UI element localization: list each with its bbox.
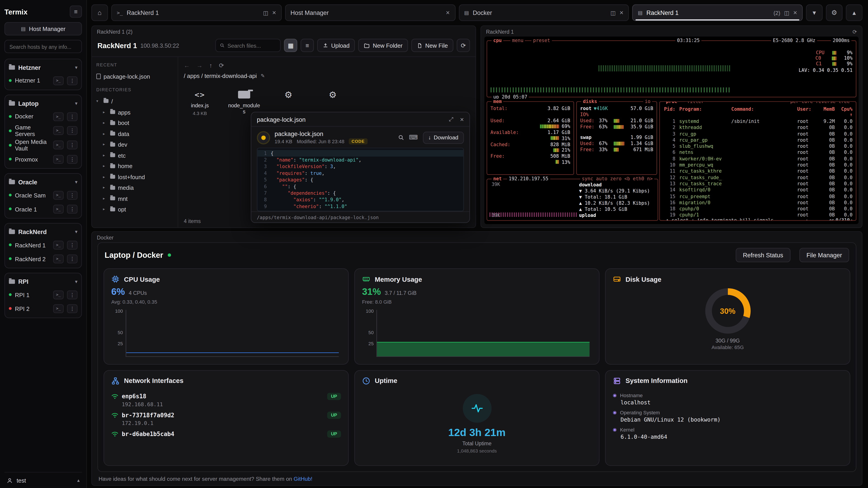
host-row[interactable]: Game Servers >_ ⋮ bbox=[7, 123, 79, 138]
host-manager-button[interactable]: ▤ Host Manager bbox=[4, 22, 82, 35]
host-row[interactable]: RackNerd 2 >_ ⋮ bbox=[7, 252, 79, 266]
process-row[interactable]: 11 rcu_tasks_kthre root 0B 0.0 bbox=[663, 168, 852, 175]
process-row[interactable]: 10 mm_percpu_wq root 0B 0.0 bbox=[663, 162, 852, 168]
host-row[interactable]: RPI 1 >_ ⋮ bbox=[7, 288, 79, 302]
host-menu-button[interactable]: ⋮ bbox=[67, 191, 78, 199]
host-row[interactable]: Oracle Sam >_ ⋮ bbox=[7, 188, 79, 202]
terminal-button[interactable]: >_ bbox=[53, 76, 64, 85]
tab-racknerd1-terminal[interactable]: >_ RackNerd 1 ◫ × bbox=[111, 4, 282, 21]
recent-file-item[interactable]: package-lock.json bbox=[96, 70, 173, 82]
chevron-down-button[interactable]: ▾ bbox=[806, 4, 823, 21]
forward-button[interactable]: → bbox=[196, 62, 203, 68]
process-row[interactable]: 1 systemd /sbin/init root 9.2M 0.0 bbox=[663, 119, 852, 125]
process-row[interactable]: 4 rcu_par_gp root 0B 0.0 bbox=[663, 137, 852, 143]
chevron-down-icon[interactable]: ▾ bbox=[75, 64, 78, 70]
tree-directory[interactable]: ▸ home bbox=[96, 161, 173, 171]
split-icon[interactable]: ◫ bbox=[263, 10, 268, 16]
edit-path-icon[interactable]: ✎ bbox=[260, 73, 265, 78]
close-icon[interactable]: × bbox=[620, 9, 623, 17]
process-row[interactable]: 2 kthreadd root 0B 0.0 bbox=[663, 125, 852, 131]
terminal-button[interactable]: >_ bbox=[53, 304, 64, 313]
host-row[interactable]: Open Media Vault >_ ⋮ bbox=[7, 138, 79, 152]
group-header[interactable]: Oracle ▾ bbox=[7, 175, 79, 188]
chevron-down-icon[interactable]: ▾ bbox=[75, 229, 78, 234]
breadcrumb-path[interactable]: / apps / termix-download-api bbox=[184, 72, 257, 79]
host-menu-button[interactable]: ⋮ bbox=[67, 205, 78, 214]
group-header[interactable]: RackNerd ▾ bbox=[7, 225, 79, 238]
terminal-button[interactable]: >_ bbox=[53, 240, 64, 250]
tab-host-manager[interactable]: Host Manager × bbox=[285, 4, 456, 21]
host-menu-button[interactable]: ⋮ bbox=[67, 304, 78, 313]
close-icon[interactable]: × bbox=[460, 116, 464, 123]
back-button[interactable]: ← bbox=[184, 62, 190, 68]
refresh-status-button[interactable]: Refresh Status bbox=[736, 248, 790, 262]
tree-directory[interactable]: ▸ etc bbox=[96, 150, 173, 161]
cpu-menu-label[interactable]: menu bbox=[510, 38, 525, 44]
host-search-input[interactable] bbox=[4, 40, 82, 53]
split-icon[interactable]: ◫ bbox=[784, 10, 789, 16]
terminal-button[interactable]: >_ bbox=[53, 290, 64, 299]
group-header[interactable]: Laptop ▾ bbox=[7, 97, 79, 109]
io-label[interactable]: io bbox=[643, 98, 652, 105]
process-row[interactable]: 13 rcu_tasks_trace root 0B 0.0 bbox=[663, 181, 852, 187]
download-button[interactable]: ↓ Download bbox=[423, 131, 464, 144]
tree-directory[interactable]: ▸ media bbox=[96, 182, 173, 193]
split-icon[interactable]: ◫ bbox=[611, 10, 616, 16]
terminal-button[interactable]: >_ bbox=[53, 191, 64, 199]
col-program[interactable]: Program: bbox=[679, 106, 731, 117]
proc-options[interactable]: per-core reverse tree bbox=[789, 101, 851, 105]
code-preview[interactable]: 1 { 2 "name": "termix-download-api", 3 bbox=[257, 148, 464, 212]
terminal-button[interactable]: >_ bbox=[53, 254, 64, 263]
list-view-button[interactable]: ≡ bbox=[301, 39, 314, 52]
terminal-button[interactable]: >_ bbox=[53, 155, 64, 164]
host-row[interactable]: Oracle 1 >_ ⋮ bbox=[7, 202, 79, 216]
github-link[interactable]: GitHub! bbox=[293, 476, 312, 482]
host-menu-button[interactable]: ⋮ bbox=[67, 126, 78, 135]
tree-directory[interactable]: ▸ mnt bbox=[96, 193, 173, 204]
expand-icon[interactable]: ⤢ bbox=[449, 116, 454, 123]
host-row[interactable]: Hetzner 1 >_ ⋮ bbox=[7, 74, 79, 88]
upload-button[interactable]: Upload bbox=[317, 39, 355, 52]
file-search-input[interactable] bbox=[227, 42, 276, 48]
host-menu-button[interactable]: ⋮ bbox=[67, 254, 78, 263]
terminal-screen[interactable]: cpu menu preset 03:31:25 2000ms E5-2680 … bbox=[485, 37, 859, 224]
host-row[interactable]: Docker >_ ⋮ bbox=[7, 109, 79, 123]
filter-label[interactable]: filter bbox=[685, 101, 706, 105]
tree-directory[interactable]: ▸ data bbox=[96, 128, 173, 139]
tree-directory[interactable]: ▸ apps bbox=[96, 107, 173, 118]
host-row[interactable]: RackNerd 1 >_ ⋮ bbox=[7, 238, 79, 252]
process-row[interactable]: 18 cpuhp/0 root 0B 0.0 bbox=[663, 206, 852, 212]
terminal-button[interactable]: >_ bbox=[53, 141, 64, 150]
process-row[interactable]: 12 rcu_tasks_rude_ root 0B 0.0 bbox=[663, 175, 852, 181]
close-icon[interactable]: × bbox=[272, 9, 276, 17]
host-row[interactable]: RPI 2 >_ ⋮ bbox=[7, 302, 79, 315]
sync-icon[interactable]: ⟳ bbox=[852, 29, 857, 35]
chevron-up-button[interactable]: ▴ bbox=[846, 4, 862, 21]
new-file-button[interactable]: New File bbox=[411, 39, 454, 52]
chevron-up-icon[interactable]: ▴ bbox=[77, 477, 80, 483]
refresh-path-button[interactable]: ⟳ bbox=[219, 62, 224, 69]
host-menu-button[interactable]: ⋮ bbox=[67, 112, 78, 121]
up-button[interactable]: ↑ bbox=[209, 62, 212, 68]
tree-directory[interactable]: ▸ lost+found bbox=[96, 171, 173, 182]
process-row[interactable]: 3 rcu_gp root 0B 0.0 bbox=[663, 131, 852, 137]
tree-root[interactable]: ▾ / bbox=[96, 95, 173, 107]
home-button[interactable]: ⌂ bbox=[91, 4, 108, 21]
chevron-down-icon[interactable]: ▾ bbox=[75, 179, 78, 185]
group-header[interactable]: RPI ▾ bbox=[7, 275, 79, 288]
host-menu-button[interactable]: ⋮ bbox=[67, 240, 78, 250]
col-command[interactable]: Command: bbox=[731, 106, 797, 117]
host-menu-button[interactable]: ⋮ bbox=[67, 76, 78, 85]
host-menu-button[interactable]: ⋮ bbox=[67, 141, 78, 150]
host-menu-button[interactable]: ⋮ bbox=[67, 290, 78, 299]
close-icon[interactable]: × bbox=[793, 9, 797, 17]
col-user[interactable]: User: bbox=[797, 106, 817, 117]
close-icon[interactable]: × bbox=[446, 9, 450, 17]
col-pid[interactable]: Pid: bbox=[663, 106, 675, 117]
sidebar-footer[interactable]: test ▴ bbox=[4, 472, 82, 484]
process-row[interactable]: 14 ksoftirqd/0 root 0B 0.0 bbox=[663, 187, 852, 193]
host-row[interactable]: Proxmox >_ ⋮ bbox=[7, 152, 79, 166]
process-row[interactable]: 5 slub_flushwq root 0B 0.0 bbox=[663, 143, 852, 150]
col-cpu[interactable]: Cpu% ↑ bbox=[838, 106, 852, 117]
tab-docker[interactable]: ▤ Docker ◫ × bbox=[459, 4, 629, 21]
